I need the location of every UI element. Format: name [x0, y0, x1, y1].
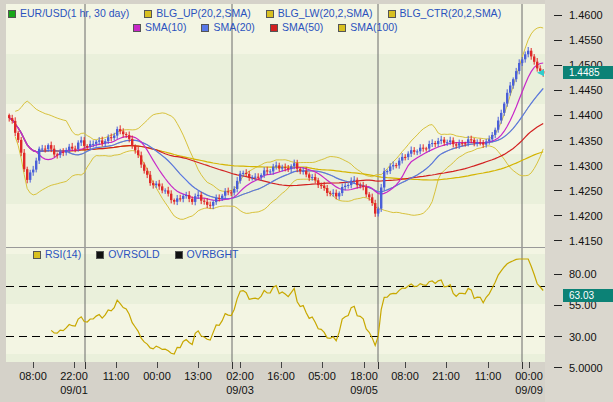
price-axis-label: 1.4350 — [554, 135, 603, 147]
axis-tick-dash — [554, 336, 562, 337]
legend-main-label: BLG_LW(20,2,SMA) — [278, 7, 373, 19]
legend-main-swatch-icon — [8, 10, 16, 18]
price-axis-label: 1.4600 — [554, 9, 603, 21]
time-label: 11:00 — [475, 370, 502, 382]
legend-rsi-swatch-icon — [96, 251, 104, 259]
current-price-badge: 1.4485 — [563, 66, 613, 79]
axis-tick-dash — [554, 15, 562, 16]
legend-rsi-item: OVRSOLD — [96, 248, 159, 260]
legend-rsi-label: OVRBGHT — [187, 248, 239, 260]
legend-main-swatch-icon — [388, 10, 396, 18]
legend-rsi-swatch-icon — [175, 251, 183, 259]
time-tick — [74, 362, 75, 368]
price-axis-label: 1.4250 — [554, 185, 603, 197]
axis-tick-dash — [554, 305, 562, 306]
legend-row-rsi: RSI(14)OVRSOLDOVRBGHT — [33, 248, 238, 260]
legend-sma-label: SMA(50) — [282, 21, 323, 33]
time-label: 18:00 — [350, 370, 378, 382]
rsi-axis-label: 5.0000 — [554, 362, 603, 374]
date-label: 09/09 — [515, 384, 543, 396]
legend-rsi-item: RSI(14) — [33, 248, 81, 260]
date-label: 09/01 — [60, 384, 88, 396]
time-label: 22:00 — [60, 370, 88, 382]
legend-main-item: BLG_CTR(20,2,SMA) — [388, 7, 502, 19]
time-tick — [157, 362, 158, 368]
price-axis-label: 1.4550 — [554, 34, 603, 46]
time-tick — [364, 362, 365, 368]
rsi-axis-label: 80.00 — [554, 268, 597, 280]
axis-tick-dash — [554, 274, 562, 275]
time-tick — [240, 362, 241, 368]
legend-sma-item: SMA(100) — [338, 21, 397, 33]
legend-rsi-label: OVRSOLD — [108, 248, 159, 260]
axis-tick-dash — [554, 367, 562, 368]
legend-sma-item: SMA(50) — [270, 21, 323, 33]
plot-area[interactable] — [6, 4, 545, 362]
gridline-stub — [85, 362, 86, 369]
axis-tick-dash — [554, 165, 562, 166]
time-tick — [529, 362, 530, 368]
axis-tick-dash — [554, 115, 562, 116]
price-axis-label: 1.4450 — [554, 84, 603, 96]
gridline-stub — [378, 362, 379, 369]
legend-sma-swatch-icon — [338, 24, 346, 32]
legend-sma-label: SMA(100) — [350, 21, 397, 33]
date-label: 09/03 — [226, 384, 254, 396]
price-axis-label: 1.4400 — [554, 109, 603, 121]
price-axis-label: 1.4150 — [554, 235, 603, 247]
legend-main-label: BLG_CTR(20,2,SMA) — [400, 7, 502, 19]
time-label: 21:00 — [432, 370, 460, 382]
legend-sma-label: SMA(20) — [213, 21, 254, 33]
time-tick — [281, 362, 282, 368]
time-tick — [488, 362, 489, 368]
axis-tick-dash — [554, 40, 562, 41]
legend-row-main: EUR/USD(1 hr, 30 day)BLG_UP(20,2,SMA)BLG… — [8, 7, 501, 19]
legend-rsi-item: OVRBGHT — [175, 248, 239, 260]
legend-main-label: BLG_UP(20,2,SMA) — [156, 7, 251, 19]
legend-main-item: EUR/USD(1 hr, 30 day) — [8, 7, 129, 19]
time-label: 11:00 — [103, 370, 130, 382]
legend-main-item: BLG_UP(20,2,SMA) — [144, 7, 251, 19]
axis-tick-dash — [554, 90, 562, 91]
rsi-axis-label: 30.00 — [554, 331, 597, 343]
price-axis-label: 1.4300 — [554, 160, 603, 172]
time-label: 08:00 — [391, 370, 419, 382]
time-label: 13:00 — [184, 370, 212, 382]
candle-bodies — [8, 51, 544, 214]
legend-sma-item: SMA(10) — [133, 21, 186, 33]
time-label: 00:00 — [143, 370, 171, 382]
legend-main-swatch-icon — [266, 10, 274, 18]
legend-main-item: BLG_LW(20,2,SMA) — [266, 7, 373, 19]
current-rsi-badge: 63.03 — [563, 289, 613, 302]
date-label: 09/05 — [350, 384, 378, 396]
axis-tick-dash — [554, 65, 562, 66]
rsi-line — [51, 259, 543, 354]
legend-rsi-swatch-icon — [33, 251, 41, 259]
legend-main-swatch-icon — [144, 10, 152, 18]
axis-tick-dash — [554, 140, 562, 141]
legend-sma-swatch-icon — [201, 24, 209, 32]
time-tick — [116, 362, 117, 368]
legend-sma-label: SMA(10) — [145, 21, 186, 33]
legend-sma-swatch-icon — [270, 24, 278, 32]
legend-sma-item: SMA(20) — [201, 21, 254, 33]
legend-rsi-label: RSI(14) — [45, 248, 81, 260]
gridline-stub — [522, 362, 523, 369]
time-label: 00:00 — [515, 370, 543, 382]
axis-tick-dash — [554, 240, 562, 241]
legend-main-label: EUR/USD(1 hr, 30 day) — [20, 7, 129, 19]
time-label: 02:00 — [226, 370, 254, 382]
time-tick — [446, 362, 447, 368]
time-label: 08:00 — [19, 370, 47, 382]
sma50-line — [9, 118, 543, 186]
candle-wicks — [9, 47, 543, 217]
forex-chart: EUR/USD(1 hr, 30 day)BLG_UP(20,2,SMA)BLG… — [0, 0, 613, 402]
axis-tick-dash — [554, 190, 562, 191]
gridline-stub — [232, 362, 233, 369]
time-label: 16:00 — [267, 370, 295, 382]
time-tick — [33, 362, 34, 368]
legend-sma-swatch-icon — [133, 24, 141, 32]
price-axis-label: 1.4200 — [554, 210, 603, 222]
time-tick — [198, 362, 199, 368]
axis-tick-dash — [554, 215, 562, 216]
